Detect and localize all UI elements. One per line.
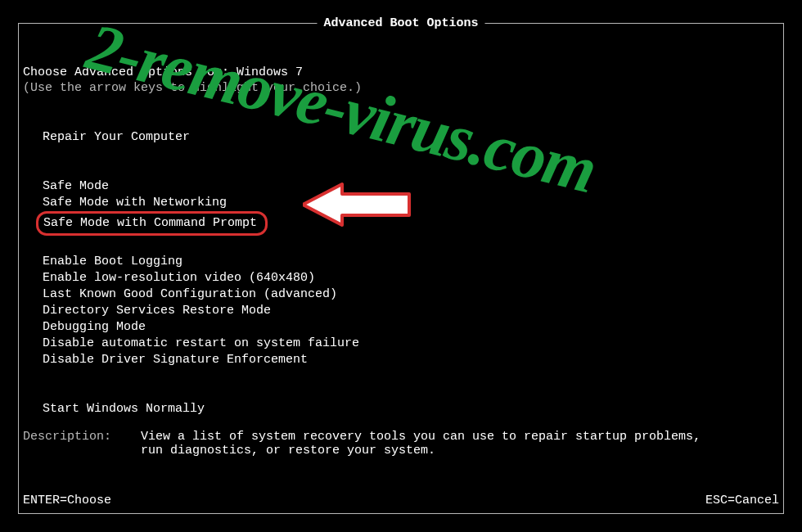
description-block: Description: View a list of system recov… [23, 430, 779, 458]
menu-item-directory-restore[interactable]: Directory Services Restore Mode [43, 303, 779, 319]
menu-item-boot-logging[interactable]: Enable Boot Logging [43, 254, 779, 270]
menu-item-last-known-good[interactable]: Last Known Good Configuration (advanced) [43, 286, 779, 303]
content-area: Choose Advanced Options for: Windows 7 (… [23, 65, 779, 417]
boot-menu: Repair Your Computer Safe Mode Safe Mode… [43, 129, 779, 417]
footer-esc: ESC=Cancel [705, 494, 779, 507]
hint-text: (Use the arrow keys to highlight your ch… [23, 81, 779, 95]
subtitle: Choose Advanced Options for: Windows 7 [23, 65, 779, 79]
highlight-box: Safe Mode with Command Prompt [36, 211, 268, 236]
menu-item-low-res[interactable]: Enable low-resolution video (640x480) [43, 270, 779, 286]
menu-item-disable-restart[interactable]: Disable automatic restart on system fail… [43, 336, 779, 352]
page-title: Advanced Boot Options [317, 16, 484, 30]
menu-item-safe-mode-cmd[interactable]: Safe Mode with Command Prompt [43, 216, 257, 230]
arrow-left-icon [303, 181, 413, 228]
description-text: View a list of system recovery tools you… [141, 430, 714, 458]
description-label: Description: [23, 430, 133, 444]
footer-enter: ENTER=Choose [23, 494, 111, 507]
menu-item-start-normally[interactable]: Start Windows Normally [43, 401, 779, 417]
menu-item-debugging[interactable]: Debugging Mode [43, 319, 779, 336]
menu-item-repair[interactable]: Repair Your Computer [43, 129, 779, 146]
footer-bar: ENTER=Choose ESC=Cancel [23, 494, 779, 507]
menu-item-disable-signature[interactable]: Disable Driver Signature Enforcement [43, 352, 779, 368]
